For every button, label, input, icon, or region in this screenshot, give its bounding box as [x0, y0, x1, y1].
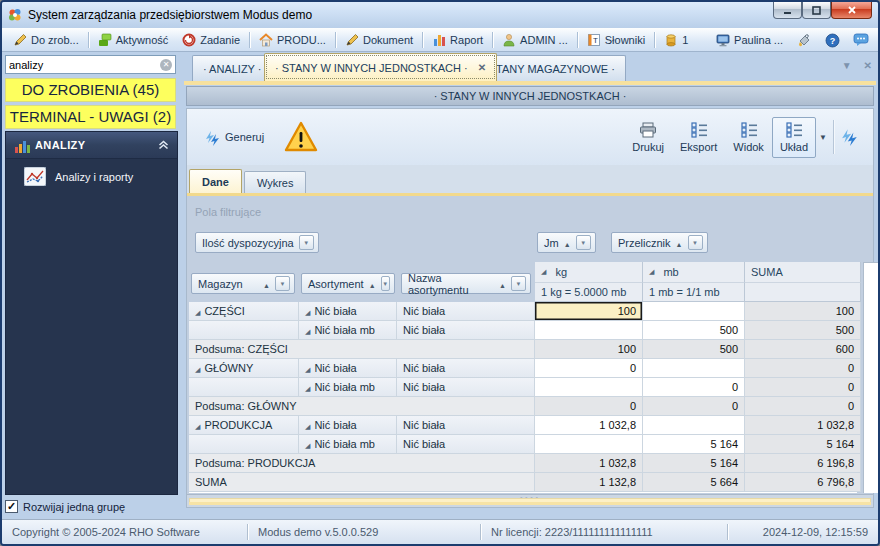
pivot-label-cell[interactable]: Nić biała [299, 416, 397, 435]
tab-close-icon[interactable]: ✕ [478, 62, 486, 73]
field-filter-dropdown-icon[interactable]: ▼ [381, 276, 390, 291]
toolbar-item-report[interactable]: Raport [425, 30, 490, 50]
pivot-label-cell[interactable]: Nić biała [397, 378, 535, 397]
pivot-label-cell[interactable]: Podsuma: GŁÓWNY [189, 397, 535, 416]
layout-dropdown-icon[interactable]: ▼ [816, 115, 830, 159]
pivot-label-cell[interactable] [189, 435, 299, 454]
column-field-jm[interactable]: Jm ▼ [537, 232, 596, 253]
pivot-value-cell[interactable]: 0 [643, 378, 745, 397]
pivot-value-cell[interactable]: 1 032,8 [745, 416, 861, 435]
data-field-ilosc-dyspozycyjna[interactable]: Ilość dyspozycyjna ▼ [195, 232, 319, 253]
field-filter-dropdown-icon[interactable]: ▼ [299, 235, 314, 250]
pivot-label-cell[interactable]: Podsuma: PRODUKCJA [189, 454, 535, 473]
toolbar-item-activity[interactable]: Aktywność [91, 30, 176, 50]
pivot-value-cell[interactable] [535, 321, 643, 340]
pivot-value-cell[interactable]: 5 164 [643, 435, 745, 454]
pivot-label-cell[interactable]: Nić biała mb [299, 378, 397, 397]
pivot-value-cell[interactable]: 1 132,8 [535, 473, 643, 492]
pivot-value-cell[interactable] [643, 302, 745, 321]
tab-wykres[interactable]: Wykres [244, 171, 307, 193]
pivot-value-cell[interactable]: 0 [745, 359, 861, 378]
toolbar-item-dictionaries[interactable]: T Słowniki [580, 30, 652, 50]
pivot-value-cell[interactable]: 500 [643, 340, 745, 359]
tab-analizy[interactable]: · ANALIZY · [192, 55, 272, 81]
print-button[interactable]: Drukuj [624, 117, 672, 158]
expand-one-group-row[interactable]: ✓ Rozwijaj jedną grupę [5, 496, 178, 517]
pivot-value-cell[interactable]: 5 164 [745, 435, 861, 454]
collapse-chevron-icon[interactable] [158, 140, 169, 150]
toolbar-item-task[interactable]: Zadanie [175, 30, 247, 50]
nav-group-analizy[interactable]: ANALIZY [6, 132, 177, 159]
pivot-label-cell[interactable] [189, 378, 299, 397]
pivot-value-cell[interactable]: 5 164 [643, 454, 745, 473]
pivot-value-cell[interactable]: 0 [535, 397, 643, 416]
pivot-label-cell[interactable]: PRODUKCJA [189, 416, 299, 435]
pivot-label-cell[interactable]: Nić biała [397, 435, 535, 454]
view-button[interactable]: Widok [725, 117, 772, 158]
pivot-label-cell[interactable]: Nić biała [397, 416, 535, 435]
pivot-value-cell[interactable]: 100 [535, 302, 643, 321]
maximize-button[interactable] [802, 2, 831, 19]
pivot-label-cell[interactable]: GŁÓWNY [189, 359, 299, 378]
pivot-label-cell[interactable]: Nić biała [397, 302, 535, 321]
pivot-value-cell[interactable] [643, 416, 745, 435]
pivot-value-cell[interactable]: 500 [643, 321, 745, 340]
help-button[interactable]: ? [818, 30, 846, 50]
pivot-value-cell[interactable]: 5 664 [643, 473, 745, 492]
pivot-label-cell[interactable]: Nić biała mb [299, 435, 397, 454]
tab-stany-w-innych-jednostkach[interactable]: · STANY W INNYCH JEDNOSTKACH · ✕ [264, 53, 497, 81]
toolbar-item-document[interactable]: Dokument [338, 30, 420, 50]
export-button[interactable]: Eksport [672, 117, 725, 158]
pivot-column-header[interactable]: SUMA [745, 262, 861, 283]
pivot-label-cell[interactable]: Nić biała [397, 321, 535, 340]
pivot-label-cell[interactable]: Nić biała [299, 359, 397, 378]
pivot-value-cell[interactable]: 0 [643, 397, 745, 416]
clear-search-icon[interactable]: ✕ [160, 59, 172, 71]
feedback-button[interactable] [846, 30, 874, 50]
refresh-button[interactable] [837, 124, 863, 150]
pivot-label-cell[interactable]: Nić biała mb [299, 321, 397, 340]
pivot-value-cell[interactable]: 6 796,8 [745, 473, 861, 492]
pivot-value-cell[interactable]: 1 032,8 [535, 416, 643, 435]
pivot-value-cell[interactable] [535, 435, 643, 454]
tab-close-all-icon[interactable]: ✕ [864, 60, 872, 71]
row-field-magazyn[interactable]: Magazyn ▼ [191, 273, 295, 294]
pivot-label-cell[interactable] [189, 321, 299, 340]
minimize-button[interactable] [773, 2, 802, 19]
tab-list-dropdown-icon[interactable]: ▼ [842, 60, 852, 71]
toolbar-item-user-session[interactable]: Paulina ... [709, 30, 790, 50]
row-field-nazwa-asortymentu[interactable]: Nazwa asortymentu ▼ [401, 273, 531, 294]
vertical-scrollbar[interactable] [863, 262, 879, 493]
checkbox-checked-icon[interactable]: ✓ [5, 500, 18, 513]
pivot-value-cell[interactable]: 100 [535, 340, 643, 359]
pivot-value-cell[interactable]: 600 [745, 340, 861, 359]
search-input[interactable] [9, 59, 160, 71]
pivot-value-cell[interactable] [643, 359, 745, 378]
pivot-label-cell[interactable]: Podsuma: CZĘŚCI [189, 340, 535, 359]
pivot-value-cell[interactable]: 6 196,8 [745, 454, 861, 473]
row-field-asortyment[interactable]: Asortyment ▼ [301, 273, 395, 294]
generate-button[interactable]: Generuj [197, 126, 272, 148]
field-filter-dropdown-icon[interactable]: ▼ [576, 235, 591, 250]
pivot-label-cell[interactable]: CZĘŚCI [189, 302, 299, 321]
pivot-value-cell[interactable]: 0 [535, 359, 643, 378]
sidebar-item-terminal-uwagi[interactable]: TERMINAL - UWAGI (2) [5, 105, 176, 129]
pivot-value-cell[interactable] [535, 378, 643, 397]
field-filter-dropdown-icon[interactable]: ▼ [688, 235, 703, 250]
toolbar-item-todo[interactable]: Do zrob... [6, 30, 86, 50]
pivot-value-cell[interactable]: 0 [745, 378, 861, 397]
toolbar-item-produ[interactable]: PRODU... [252, 30, 333, 50]
layout-button[interactable]: Układ [772, 117, 816, 158]
toolbar-item-database[interactable]: 1 [657, 30, 695, 50]
close-button[interactable] [831, 2, 872, 19]
pivot-label-cell[interactable]: Nić biała [397, 359, 535, 378]
pivot-value-cell[interactable]: 0 [745, 397, 861, 416]
pivot-column-header[interactable]: kg [535, 262, 643, 283]
pivot-label-cell[interactable]: Nić biała [299, 302, 397, 321]
sidebar-item-analizy-i-raporty[interactable]: Analizy i raporty [6, 159, 177, 194]
column-field-przelicznik[interactable]: Przelicznik ▼ [611, 232, 708, 253]
pivot-value-cell[interactable]: 1 032,8 [535, 454, 643, 473]
theme-bucket-button[interactable] [790, 30, 818, 50]
sidebar-item-do-zrobienia[interactable]: DO ZROBIENIA (45) [5, 78, 176, 102]
toolbar-item-admin[interactable]: ADMIN ... [495, 30, 575, 50]
